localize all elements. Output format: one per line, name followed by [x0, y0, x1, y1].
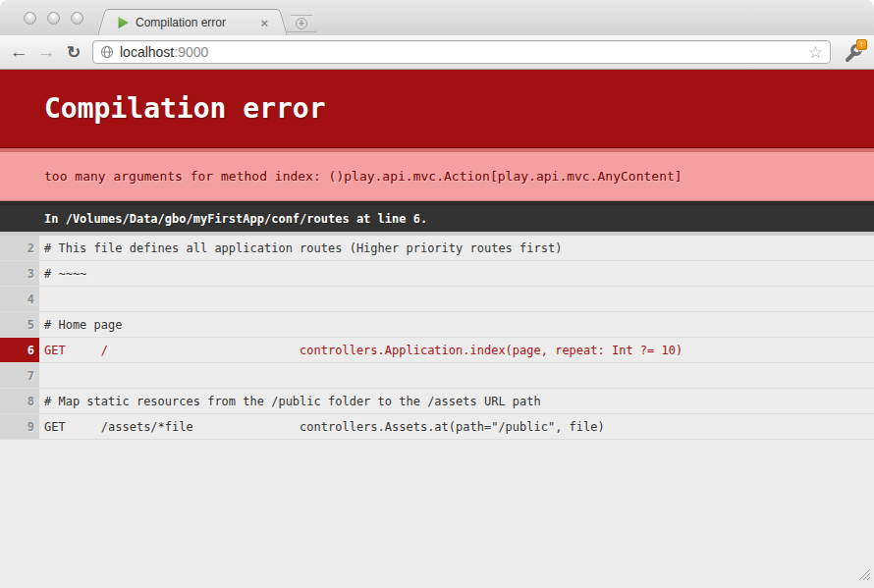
- source-line: 2# This file defines all application rou…: [0, 236, 874, 261]
- reload-button[interactable]: ↻: [61, 39, 86, 65]
- wrench-menu-button[interactable]: ↑: [839, 38, 868, 66]
- source-line-error: 6GET / controllers.Application.index(pag…: [0, 338, 874, 363]
- line-code: [39, 287, 44, 311]
- line-number: 7: [0, 363, 39, 388]
- line-number: 8: [0, 389, 39, 413]
- page-content: Compilation error too many arguments for…: [0, 70, 874, 588]
- resize-grip[interactable]: [857, 567, 871, 585]
- minimize-window-button[interactable]: [47, 12, 60, 25]
- tab-compilation-error[interactable]: Compilation error ×: [108, 9, 277, 35]
- line-number: 4: [0, 287, 39, 311]
- browser-window: Compilation error × + ← → ↻ localhost:90…: [0, 0, 874, 588]
- line-code: GET /assets/*file controllers.Assets.at(…: [39, 414, 605, 439]
- zoom-window-button[interactable]: [71, 12, 83, 25]
- url-host: localhost: [120, 44, 174, 60]
- line-number: 6: [0, 338, 39, 362]
- new-tab-plus-icon: +: [296, 18, 307, 29]
- line-number: 9: [0, 414, 39, 439]
- line-number: 5: [0, 312, 39, 337]
- tab-strip: Compilation error × +: [0, 0, 874, 35]
- page-title: Compilation error: [0, 70, 874, 148]
- source-line: 5# Home page: [0, 312, 874, 338]
- line-code: [39, 363, 44, 388]
- close-window-button[interactable]: [24, 12, 36, 25]
- line-code: # Map static resources from the /public …: [39, 389, 541, 413]
- new-tab-button[interactable]: +: [287, 15, 316, 32]
- source-line: 4: [0, 287, 874, 312]
- back-button[interactable]: ←: [6, 39, 31, 65]
- address-bar[interactable]: localhost:9000 ☆: [92, 40, 831, 64]
- source-lines: 2# This file defines all application rou…: [0, 232, 874, 440]
- tab-title: Compilation error: [136, 16, 254, 29]
- source-line: 9GET /assets/*file controllers.Assets.at…: [0, 414, 874, 440]
- browser-toolbar: ← → ↻ localhost:9000 ☆ ↑: [0, 35, 874, 70]
- line-number: 3: [0, 261, 39, 286]
- forward-button[interactable]: →: [33, 39, 59, 65]
- line-code: # ~~~~: [39, 261, 86, 286]
- source-line: 7: [0, 363, 874, 389]
- error-location: In /Volumes/Data/gbo/myFirstApp/conf/rou…: [0, 201, 874, 232]
- line-code: GET / controllers.Application.index(page…: [39, 338, 683, 362]
- line-code: # Home page: [39, 312, 122, 337]
- error-detail: too many arguments for method index: ()p…: [0, 148, 874, 201]
- update-badge-icon: ↑: [856, 39, 867, 50]
- bookmark-star-icon[interactable]: ☆: [808, 44, 823, 61]
- play-logo-icon: [117, 16, 130, 29]
- url-text: localhost:9000: [120, 44, 802, 60]
- globe-icon: [100, 45, 114, 59]
- tab-close-icon[interactable]: ×: [260, 17, 268, 29]
- line-number: 2: [0, 236, 39, 260]
- source-line: 3# ~~~~: [0, 261, 874, 287]
- url-port: :9000: [174, 44, 208, 60]
- line-code: # This file defines all application rout…: [39, 236, 562, 260]
- source-line: 8# Map static resources from the /public…: [0, 389, 874, 414]
- window-controls: [24, 12, 83, 25]
